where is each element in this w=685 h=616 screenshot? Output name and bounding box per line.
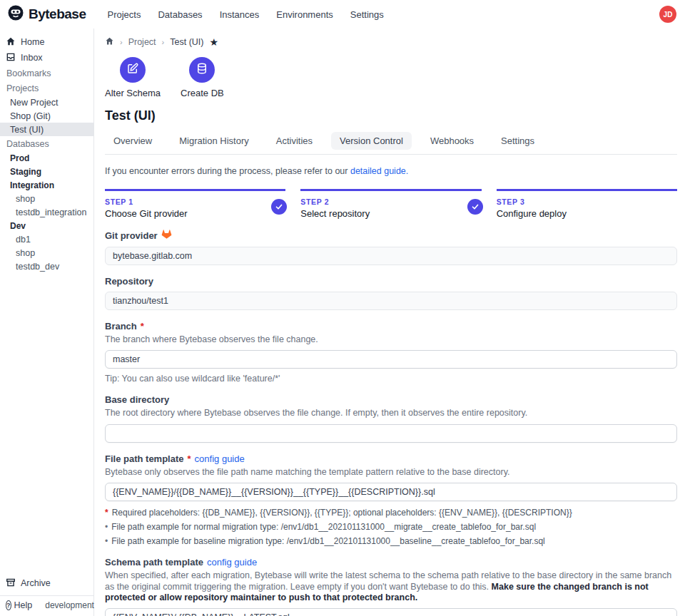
nav-settings[interactable]: Settings (350, 9, 384, 20)
breadcrumb: › Project › Test (UI) ★ (105, 36, 677, 48)
step-2: STEP 2 Select repository (300, 189, 481, 219)
configure-deploy-form: Git provider Repository Branc (105, 229, 677, 616)
sidebar-section-databases: Databases (0, 136, 93, 151)
file-path-required-asterisk: * (188, 453, 191, 464)
schema-path-template-input[interactable] (105, 608, 677, 616)
version-label: development (45, 600, 94, 610)
tab-version-control[interactable]: Version Control (331, 132, 412, 150)
home-icon (6, 36, 16, 48)
tab-activities[interactable]: Activities (268, 132, 321, 150)
bytebase-logo-icon (7, 4, 24, 24)
sidebar-db-shop-integration[interactable]: shop (0, 192, 93, 205)
repository-group: Repository (105, 276, 677, 310)
edit-icon (126, 62, 139, 78)
help-label[interactable]: Help (14, 600, 33, 610)
sidebar-section-bookmarks: Bookmarks (0, 66, 93, 81)
brand-name: Bytebase (29, 6, 86, 22)
branch-group: Branch * The branch where Bytebase obser… (105, 321, 677, 384)
sidebar-db-testdb-integration[interactable]: testdb_integration (0, 205, 93, 219)
branch-input[interactable] (105, 350, 677, 369)
schema-path-config-guide-link[interactable]: config guide (207, 557, 257, 568)
nav-projects[interactable]: Projects (108, 9, 141, 20)
branch-label: Branch (105, 321, 137, 332)
sidebar-item-home[interactable]: Home (0, 34, 93, 50)
sidebar-env-dev[interactable]: Dev (0, 219, 93, 232)
sidebar-item-new-project[interactable]: New Project (0, 96, 93, 109)
archive-icon (6, 578, 16, 590)
sidebar-item-shop-git[interactable]: Shop (Git) (0, 109, 93, 123)
step-1: STEP 1 Choose Git provider (105, 189, 285, 219)
tab-settings[interactable]: Settings (492, 132, 543, 150)
quick-actions: Alter Schema Create DB (105, 57, 677, 98)
sidebar-item-inbox[interactable]: Inbox (0, 50, 93, 66)
favorite-star-icon[interactable]: ★ (209, 36, 218, 48)
nav-databases[interactable]: Databases (158, 9, 202, 20)
sidebar-db-shop-dev[interactable]: shop (0, 246, 93, 260)
create-db-button[interactable]: Create DB (181, 57, 224, 98)
git-provider-group: Git provider (105, 229, 677, 265)
main-content: › Project › Test (UI) ★ Alter Schema (94, 29, 685, 616)
tab-overview[interactable]: Overview (105, 132, 161, 150)
base-directory-label: Base directory (105, 394, 169, 405)
tab-bar: Overview Migration History Activities Ve… (105, 132, 677, 155)
repository-input (105, 292, 677, 310)
base-directory-input[interactable] (105, 424, 677, 443)
version-control-panel: If you encounter errors during the proce… (105, 166, 677, 616)
app: Bytebase Projects Databases Instances En… (0, 0, 685, 616)
sidebar-db-testdb-dev[interactable]: testdb_dev (0, 260, 93, 273)
top-navbar: Bytebase Projects Databases Instances En… (0, 0, 685, 29)
nav-instances[interactable]: Instances (220, 9, 260, 20)
file-path-template-input[interactable] (105, 483, 677, 501)
sidebar-db-db1[interactable]: db1 (0, 232, 93, 246)
user-avatar[interactable]: JD (659, 6, 676, 23)
inbox-icon (6, 52, 16, 64)
branch-tip: Tip: You can also use wildcard like 'fea… (105, 374, 677, 384)
sidebar-item-test-ui[interactable]: Test (UI) (0, 123, 93, 136)
intro-text: If you encounter errors during the proce… (105, 166, 677, 176)
file-path-config-guide-link[interactable]: config guide (195, 453, 245, 464)
bytebase-logo[interactable]: Bytebase (7, 4, 86, 24)
nav-environments[interactable]: Environments (276, 9, 333, 20)
schema-path-template-group: Schema path template config guide When s… (105, 557, 677, 616)
sidebar: Home Inbox Bookmarks Projects New Projec… (0, 29, 94, 616)
base-directory-group: Base directory The root directory where … (105, 394, 677, 442)
database-icon (196, 62, 208, 78)
breadcrumb-home-icon[interactable] (105, 36, 114, 48)
step-indicator: STEP 1 Choose Git provider STEP 2 Select… (105, 189, 677, 219)
file-path-template-group: File path template * config guide Byteba… (105, 453, 677, 546)
tab-webhooks[interactable]: Webhooks (422, 132, 482, 150)
file-path-template-label: File path template (105, 453, 184, 464)
help-icon[interactable]: ? (6, 600, 11, 610)
base-directory-description: The root directory where Bytebase observ… (105, 408, 677, 419)
step-2-check-icon (467, 199, 483, 215)
file-path-description: Bytebase only observes the file path nam… (105, 467, 677, 478)
breadcrumb-project[interactable]: Project (128, 37, 156, 47)
sidebar-env-integration[interactable]: Integration (0, 178, 93, 192)
page-title: Test (UI) (105, 108, 677, 123)
tab-migration-history[interactable]: Migration History (171, 132, 258, 150)
schema-path-template-label: Schema path template (105, 557, 203, 568)
detailed-guide-link[interactable]: detailed guide. (350, 166, 408, 176)
git-provider-input (105, 247, 677, 265)
file-path-notes: *Required placeholders: {{DB_NAME}}, {{V… (105, 508, 677, 546)
gitlab-icon (161, 229, 172, 242)
sidebar-item-archive[interactable]: Archive (0, 575, 93, 591)
step-3: STEP 3 Configure deploy (497, 189, 677, 219)
sidebar-env-prod[interactable]: Prod (0, 151, 93, 165)
sidebar-env-staging[interactable]: Staging (0, 165, 93, 178)
branch-required-asterisk: * (141, 321, 144, 332)
nav-links: Projects Databases Instances Environment… (108, 9, 384, 20)
sidebar-footer: ? Help development (0, 596, 93, 616)
breadcrumb-current: Test (UI) (170, 37, 203, 47)
schema-path-description: When specified, after each migration, By… (105, 570, 677, 603)
repository-label: Repository (105, 276, 153, 287)
alter-schema-button[interactable]: Alter Schema (105, 57, 161, 98)
git-provider-label: Git provider (105, 230, 158, 241)
sidebar-section-projects: Projects (0, 81, 93, 96)
branch-description: The branch where Bytebase observes the f… (105, 334, 677, 345)
